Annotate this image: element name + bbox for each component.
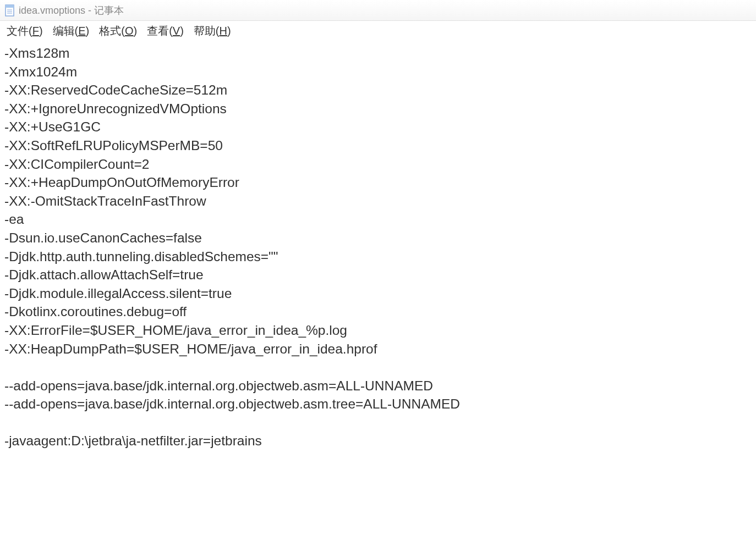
text-content[interactable]: -Xms128m -Xmx1024m -XX:ReservedCodeCache… (0, 41, 756, 450)
menu-bar: 文件(F) 编辑(E) 格式(O) 查看(V) 帮助(H) (0, 21, 756, 41)
menu-edit[interactable]: 编辑(E) (51, 23, 92, 40)
title-bar: idea.vmoptions - 记事本 (0, 0, 756, 21)
svg-rect-1 (6, 5, 14, 8)
menu-view[interactable]: 查看(V) (145, 23, 186, 40)
menu-help[interactable]: 帮助(H) (191, 23, 233, 40)
menu-format[interactable]: 格式(O) (97, 23, 139, 40)
notepad-icon (4, 4, 15, 17)
menu-file[interactable]: 文件(F) (4, 23, 45, 40)
window-title: idea.vmoptions - 记事本 (19, 4, 124, 17)
